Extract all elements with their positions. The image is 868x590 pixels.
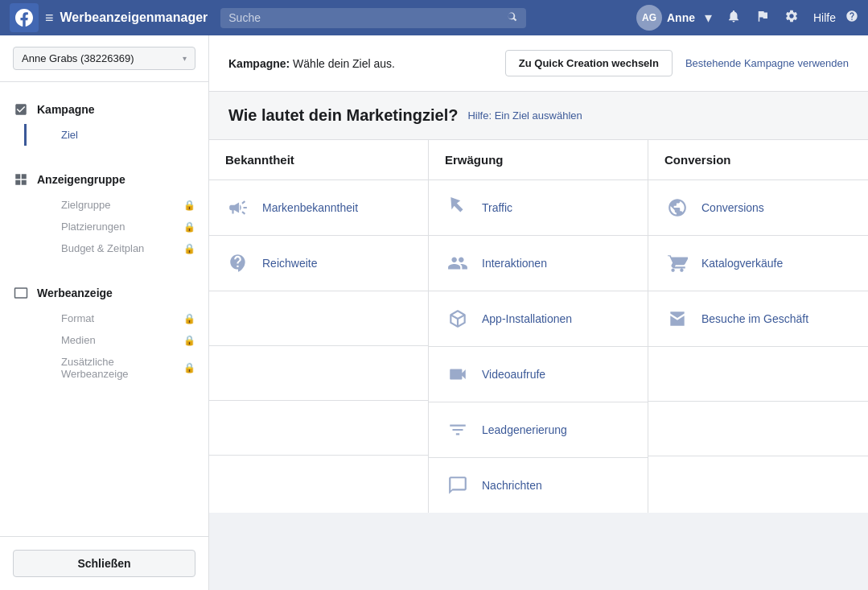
marketing-goal-header: Wie lautet dein Marketingziel? Hilfe: Ei… bbox=[209, 92, 868, 140]
ziel-label: Ziel bbox=[61, 129, 78, 141]
objective-besuche-im-geschaft[interactable]: Besuche im Geschäft bbox=[648, 291, 868, 347]
content-area: Kampagne: Wähle dein Ziel aus. Zu Quick … bbox=[209, 35, 868, 590]
user-name[interactable]: Anne bbox=[667, 11, 695, 24]
anzeigengruppe-subitems: Zielgruppe 🔒 Platzierungen 🔒 Budget & Ze… bbox=[0, 194, 208, 259]
objective-conversions[interactable]: Conversions bbox=[648, 180, 868, 236]
sidebar-item-platzierungen[interactable]: Platzierungen 🔒 bbox=[24, 216, 208, 237]
werbeanzeige-label: Werbeanzeige bbox=[37, 287, 113, 299]
kampagne-label: Kampagne bbox=[37, 103, 95, 116]
anzeigengruppe-label: Anzeigengruppe bbox=[37, 173, 125, 186]
videoaufrufe-label: Videoaufrufe bbox=[482, 368, 545, 381]
objective-reichweite[interactable]: Reichweite bbox=[209, 236, 428, 291]
budget-lock-icon: 🔒 bbox=[183, 243, 195, 254]
top-navigation: ≡ Werbeanzeigenmanager AG Anne ▾ Hil bbox=[0, 0, 868, 35]
cart-icon bbox=[664, 250, 690, 276]
objective-videoaufrufe[interactable]: Videoaufrufe bbox=[429, 347, 648, 402]
empty-conversion-3 bbox=[648, 456, 868, 511]
sidebar: Anne Grabs (38226369) ▾ Kampagne Ziel bbox=[0, 35, 209, 590]
marketing-goal-title: Wie lautet dein Marketingziel? bbox=[228, 106, 458, 125]
settings-icon[interactable] bbox=[780, 6, 804, 31]
right-nav: AG Anne ▾ Hilfe bbox=[636, 5, 858, 31]
empty-bekanntheit-3 bbox=[209, 401, 428, 456]
sidebar-item-zusatzliche[interactable]: Zusätzliche Werbeanzeige 🔒 bbox=[24, 351, 208, 385]
format-label: Format bbox=[61, 312, 94, 324]
video-icon bbox=[445, 361, 471, 387]
search-icon bbox=[507, 11, 518, 25]
account-select-dropdown[interactable]: Anne Grabs (38226369) ▾ bbox=[13, 47, 195, 70]
budget-label: Budget & Zeitplan bbox=[61, 242, 144, 254]
sidebar-item-ziel[interactable]: Ziel bbox=[24, 124, 208, 146]
objective-traffic[interactable]: Traffic bbox=[429, 180, 648, 236]
platzierungen-lock-icon: 🔒 bbox=[183, 221, 195, 233]
sidebar-item-anzeigengruppe[interactable]: Anzeigengruppe bbox=[0, 165, 208, 194]
objective-app-installationen[interactable]: App-Installationen bbox=[429, 291, 648, 347]
markenbekanntheit-label: Markenbekanntheit bbox=[262, 201, 358, 214]
facebook-logo bbox=[10, 3, 39, 32]
account-name: Anne Grabs (38226369) bbox=[22, 52, 134, 64]
store-icon bbox=[664, 306, 690, 332]
anzeigengruppe-icon bbox=[13, 171, 29, 188]
campaign-header: Kampagne: Wähle dein Ziel aus. Zu Quick … bbox=[209, 35, 868, 92]
objective-markenbekanntheit[interactable]: Markenbekanntheit bbox=[209, 180, 428, 236]
empty-bekanntheit-4 bbox=[209, 456, 428, 510]
column-bekanntheit: Bekanntheit Markenbekanntheit bbox=[209, 140, 429, 513]
katalogverkaufe-label: Katalogverkäufe bbox=[701, 257, 783, 270]
besuche-label: Besuche im Geschäft bbox=[701, 312, 808, 325]
sidebar-item-medien[interactable]: Medien 🔒 bbox=[24, 329, 208, 351]
kampagne-subitems: Ziel bbox=[0, 124, 208, 146]
account-chevron-icon: ▾ bbox=[183, 54, 187, 63]
objective-interaktionen[interactable]: Interaktionen bbox=[429, 236, 648, 291]
account-selector: Anne Grabs (38226369) ▾ bbox=[0, 35, 208, 82]
search-input[interactable] bbox=[228, 11, 507, 24]
megaphone-icon bbox=[225, 195, 251, 221]
werbeanzeige-icon bbox=[13, 285, 29, 301]
existing-campaign-button[interactable]: Bestehende Kampagne verwenden bbox=[685, 57, 849, 69]
format-lock-icon: 🔒 bbox=[183, 313, 195, 324]
kampagne-icon bbox=[13, 101, 29, 118]
leadgenerierung-label: Leadgenerierung bbox=[482, 423, 567, 436]
sidebar-section-werbeanzeige: Werbeanzeige Format 🔒 Medien 🔒 Zusätzlic… bbox=[0, 266, 208, 391]
search-box bbox=[220, 8, 526, 28]
column-header-conversion: Conversion bbox=[648, 140, 868, 180]
empty-bekanntheit-2 bbox=[209, 346, 428, 401]
campaign-actions: Zu Quick Creation wechseln Bestehende Ka… bbox=[505, 50, 849, 76]
zusatzliche-label: Zusätzliche Werbeanzeige bbox=[61, 356, 183, 380]
user-chevron-icon[interactable]: ▾ bbox=[700, 6, 717, 30]
objective-katalogverkaufe[interactable]: Katalogverkäufe bbox=[648, 236, 868, 291]
cursor-icon bbox=[445, 195, 471, 221]
sidebar-item-format[interactable]: Format 🔒 bbox=[24, 307, 208, 329]
sidebar-item-zielgruppe[interactable]: Zielgruppe 🔒 bbox=[24, 194, 208, 216]
sidebar-footer: Schließen bbox=[0, 536, 208, 590]
notification-icon[interactable] bbox=[722, 6, 746, 31]
filter-icon bbox=[445, 417, 471, 443]
hilfe-text[interactable]: Hilfe bbox=[808, 8, 841, 27]
marketing-goal-help-link[interactable]: Hilfe: Ein Ziel auswählen bbox=[467, 109, 582, 122]
app-installationen-label: App-Installationen bbox=[482, 312, 572, 325]
objective-leadgenerierung[interactable]: Leadgenerierung bbox=[429, 402, 648, 458]
zusatzliche-lock-icon: 🔒 bbox=[183, 362, 195, 373]
column-conversion: Conversion Conversions bbox=[648, 140, 868, 513]
sidebar-item-kampagne[interactable]: Kampagne bbox=[0, 95, 208, 124]
quick-creation-button[interactable]: Zu Quick Creation wechseln bbox=[505, 50, 673, 76]
empty-bekanntheit-1 bbox=[209, 291, 428, 346]
chat-icon bbox=[445, 472, 471, 498]
zielgruppe-lock-icon: 🔒 bbox=[183, 200, 195, 211]
sidebar-item-budget[interactable]: Budget & Zeitplan 🔒 bbox=[24, 237, 208, 259]
help-question-icon bbox=[845, 10, 858, 26]
flag-icon[interactable] bbox=[751, 6, 775, 31]
objective-nachrichten[interactable]: Nachrichten bbox=[429, 458, 648, 513]
hamburger-icon[interactable]: ≡ bbox=[45, 10, 54, 27]
people-icon bbox=[445, 250, 471, 276]
app-title: Werbeanzeigenmanager bbox=[60, 10, 208, 25]
reichweite-label: Reichweite bbox=[262, 257, 317, 270]
main-layout: Anne Grabs (38226369) ▾ Kampagne Ziel bbox=[0, 35, 868, 590]
nachrichten-label: Nachrichten bbox=[482, 479, 542, 492]
column-header-erwaegung: Erwägung bbox=[429, 140, 648, 180]
close-button[interactable]: Schließen bbox=[13, 550, 195, 577]
globe-icon bbox=[664, 195, 690, 221]
sparkle-icon bbox=[225, 250, 251, 276]
sidebar-item-werbeanzeige[interactable]: Werbeanzeige bbox=[0, 278, 208, 307]
empty-conversion-1 bbox=[648, 347, 868, 402]
medien-lock-icon: 🔒 bbox=[183, 335, 195, 346]
campaign-prefix: Kampagne: Wähle dein Ziel aus. bbox=[228, 57, 395, 70]
